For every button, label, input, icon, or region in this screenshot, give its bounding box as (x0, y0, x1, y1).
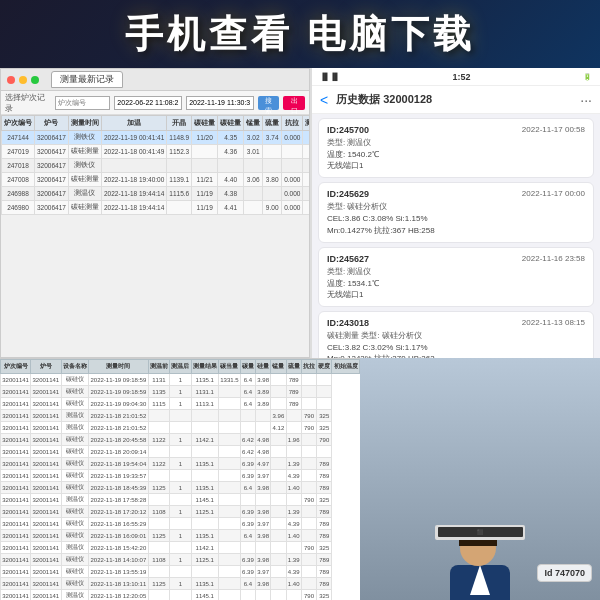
mobile-time: 1:52 (452, 72, 470, 82)
sp-cell (191, 446, 218, 458)
spreadsheet-row: 3200114132001141碳硅仪2022-11-18 18:45:3911… (1, 482, 360, 494)
sp-cell (170, 494, 191, 506)
spreadsheet-row: 3200114132001141碳硅仪2022-11-18 20:45:5811… (1, 434, 360, 446)
sp-cell: 1135.1 (191, 530, 218, 542)
sp-cell (271, 386, 286, 398)
mobile-record[interactable]: ID:245627 2022-11-16 23:58 类型: 测温仪 温度: 1… (318, 247, 594, 307)
table-cell: 9.00 (263, 201, 282, 215)
table-col-header: 碳硅量 (218, 116, 244, 131)
sp-cell (170, 470, 191, 482)
sp-cell: 1108 (148, 506, 169, 518)
sp-col-header: 锰量 (271, 360, 286, 374)
record-id: ID:245627 (327, 254, 369, 264)
mobile-record[interactable]: ID:243018 2022-11-13 08:15 碳硅测量 类型: 碳硅分析… (318, 311, 594, 358)
banner: 手机查看 电脑下载 (0, 0, 600, 68)
date1-input[interactable]: 2022-06-22 11:08:2 (114, 96, 182, 110)
table-col-header: 炉次编号 (2, 116, 35, 131)
record-header: ID:245629 2022-11-17 00:00 (327, 189, 585, 199)
sp-cell: 碳硅仪 (61, 530, 88, 542)
sp-cell: 1125 (148, 530, 169, 542)
sp-cell: 6.4 (240, 374, 255, 386)
record-data: CEL:3.86 C:3.08% Si:1.15% (327, 213, 585, 224)
sp-cell: 790 (301, 590, 316, 601)
sp-cell: 1145.1 (191, 590, 218, 601)
table-cell (244, 159, 263, 173)
table-cell: 32006417 (35, 131, 69, 145)
sp-cell: 32001141 (31, 398, 61, 410)
sp-cell (301, 470, 316, 482)
sp-cell (286, 494, 301, 506)
table-cell: 1139.1 (167, 173, 192, 187)
sp-cell (256, 494, 271, 506)
sp-col-header: 炉次编号 (1, 360, 31, 374)
mobile-record[interactable]: ID:245629 2022-11-17 00:00 类型: 碳硅分析仪 CEL… (318, 182, 594, 242)
desktop-table: 炉次编号炉号测量时间加温开晶碳硅量碳硅量锰量硫量抗拉测铁量测温量操作 24714… (1, 115, 309, 215)
sp-cell: 1135.1 (191, 458, 218, 470)
sp-cell: 1.40 (286, 530, 301, 542)
record-type: 类型: 测温仪 (327, 266, 585, 277)
sp-cell (271, 398, 286, 410)
sp-cell: 碳硅仪 (61, 446, 88, 458)
table-cell (101, 159, 166, 173)
sp-cell: 1.39 (286, 506, 301, 518)
sp-cell (219, 554, 241, 566)
table-cell: 294 (303, 131, 309, 145)
record-data: 温度: 1534.1℃ (327, 278, 585, 289)
sp-cell (271, 434, 286, 446)
export-button[interactable]: 出口 (283, 96, 305, 110)
sp-cell (271, 470, 286, 482)
search-input[interactable] (55, 96, 110, 110)
table-cell: 300 (303, 173, 309, 187)
sp-cell: 3.98 (256, 530, 271, 542)
table-cell: 3.01 (244, 145, 263, 159)
sp-cell: 碳硅仪 (61, 506, 88, 518)
sp-cell: 1135.1 (191, 374, 218, 386)
sp-cell: 3.89 (256, 398, 271, 410)
mobile-record[interactable]: ID:245700 2022-11-17 00:58 类型: 测温仪 温度: 1… (318, 118, 594, 178)
sp-cell (170, 422, 191, 434)
sp-cell: 测温仪 (61, 494, 88, 506)
sp-cell: 789 (286, 398, 301, 410)
desktop-tab[interactable]: 测量最新记录 (51, 71, 123, 88)
sp-cell: 32001141 (1, 590, 31, 601)
sp-cell: 4.39 (286, 566, 301, 578)
table-cell: 246980 (2, 201, 35, 215)
more-options-button[interactable]: ··· (580, 92, 592, 108)
sp-cell: 790 (317, 434, 332, 446)
table-row: 24701932006417碳硅测量2022-11-18 00:41:49115… (2, 145, 310, 159)
sp-cell: 789 (317, 470, 332, 482)
sp-cell: 3.97 (256, 470, 271, 482)
table-cell: 4.36 (218, 145, 244, 159)
sp-cell (219, 542, 241, 554)
spreadsheet-row: 3200114132001141碳硅仪2022-11-18 19:33:576.… (1, 470, 360, 482)
sp-cell (301, 506, 316, 518)
table-cell: 75 (303, 201, 309, 215)
spreadsheet-row: 3200114132001141测温仪2022-11-18 21:01:523.… (1, 410, 360, 422)
sp-cell: 3.96 (271, 410, 286, 422)
table-col-header: 硫量 (263, 116, 282, 131)
sp-cell: 6.42 (240, 434, 255, 446)
sp-cell (286, 590, 301, 601)
sp-col-header: 初始温度 (332, 360, 360, 374)
sp-cell (271, 458, 286, 470)
sp-cell: 1142.1 (191, 542, 218, 554)
sp-cell: 32001141 (31, 542, 61, 554)
sp-cell: 789 (317, 506, 332, 518)
back-button[interactable]: < (320, 92, 328, 108)
sp-cell: 32001141 (1, 446, 31, 458)
date2-input[interactable]: 2022-11-19 11:30:3 (186, 96, 254, 110)
sp-cell: 32001141 (31, 374, 61, 386)
sp-cell: 2022-11-18 18:45:39 (88, 482, 148, 494)
spreadsheet-row: 3200114132001141测温仪2022-11-18 12:20:0511… (1, 590, 360, 601)
search-button[interactable]: 搜索 (258, 96, 280, 110)
sp-cell (219, 494, 241, 506)
table-cell: 测铁仪 (68, 159, 101, 173)
mobile-records-list[interactable]: ID:245700 2022-11-17 00:58 类型: 测温仪 温度: 1… (312, 114, 600, 358)
toolbar-label1: 选择炉次记录 (5, 92, 51, 114)
sp-cell (271, 506, 286, 518)
sp-cell (271, 482, 286, 494)
spreadsheet-table: 炉次编号炉号设备名称测量时间测温前测温后测量结果碳当量碳量硅量锰量硫量抗拉硬度初… (0, 359, 360, 600)
spreadsheet-row: 3200114132001141测温仪2022-11-18 15:42:2011… (1, 542, 360, 554)
sp-cell: 789 (317, 554, 332, 566)
table-cell: 2022-11-18 19:44:14 (101, 201, 166, 215)
